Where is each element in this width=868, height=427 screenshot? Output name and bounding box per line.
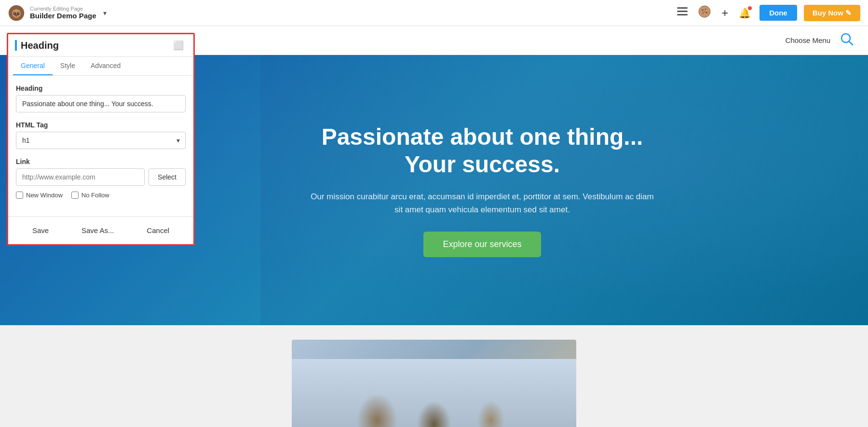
- page-dropdown-icon[interactable]: ▾: [103, 9, 107, 17]
- no-follow-label: No Follow: [81, 192, 109, 199]
- topbar: Currently Editing Page Builder Demo Page…: [0, 0, 868, 26]
- below-hero: [0, 325, 868, 427]
- close-icon: ⬜: [173, 41, 184, 50]
- explore-services-button[interactable]: Explore our services: [423, 232, 541, 257]
- tab-general[interactable]: General: [13, 57, 53, 75]
- svg-rect-9: [677, 7, 688, 9]
- list-icon: [677, 7, 688, 16]
- heading-input[interactable]: [16, 95, 186, 112]
- panel-title: Heading: [15, 40, 59, 51]
- topbar-right: + 🔔 Done Buy Now ✎: [675, 3, 860, 22]
- html-tag-field-group: HTML Tag h1 h2 h3 h4 h5 h6 p div ▾: [16, 121, 186, 149]
- panel-title-bar: [15, 40, 17, 51]
- svg-point-14: [705, 9, 706, 10]
- select-button[interactable]: Select: [149, 168, 186, 186]
- logo-icon: [8, 4, 25, 22]
- heading-field-group: Heading: [16, 84, 186, 112]
- buy-now-button[interactable]: Buy Now ✎: [804, 5, 860, 21]
- panel-footer: Save Save As... Cancel: [8, 216, 193, 244]
- tab-advanced[interactable]: Advanced: [83, 57, 128, 75]
- svg-line-19: [849, 41, 853, 45]
- search-icon[interactable]: [840, 32, 854, 49]
- list-view-button[interactable]: [675, 5, 690, 20]
- svg-point-8: [18, 13, 19, 14]
- no-follow-checkbox[interactable]: [71, 192, 79, 199]
- tab-style[interactable]: Style: [53, 57, 83, 75]
- save-button[interactable]: Save: [27, 223, 54, 237]
- notification-dot: [748, 6, 752, 10]
- html-tag-select-wrapper: h1 h2 h3 h4 h5 h6 p div ▾: [16, 132, 186, 149]
- hero-subtext: Our mission curabitur arcu erat, accumsa…: [309, 190, 656, 216]
- svg-point-15: [705, 12, 707, 14]
- new-window-checkbox-label[interactable]: New Window: [16, 192, 63, 199]
- cookie-icon: [698, 5, 711, 18]
- svg-point-6: [14, 14, 18, 16]
- heading-panel: Heading ⬜ General Style Advanced Heading…: [7, 33, 195, 246]
- checkbox-row: New Window No Follow: [16, 192, 186, 199]
- link-row: Select: [16, 168, 186, 186]
- heading-field-label: Heading: [16, 84, 186, 92]
- link-label: Link: [16, 158, 186, 165]
- plus-icon: +: [721, 6, 728, 19]
- svg-point-17: [704, 11, 705, 12]
- people-image: [292, 359, 576, 427]
- panel-body: Heading HTML Tag h1 h2 h3 h4 h5 h6 p div: [8, 76, 193, 216]
- add-button[interactable]: +: [719, 4, 730, 22]
- panel-close-button[interactable]: ⬜: [170, 39, 187, 52]
- topbar-title-group: Currently Editing Page Builder Demo Page: [30, 6, 96, 20]
- choose-menu-link[interactable]: Choose Menu: [786, 36, 830, 44]
- panel-header: Heading ⬜: [8, 34, 193, 57]
- cancel-button[interactable]: Cancel: [142, 223, 174, 237]
- svg-point-13: [702, 9, 704, 11]
- html-tag-select[interactable]: h1 h2 h3 h4 h5 h6 p div: [16, 132, 186, 149]
- svg-point-16: [703, 13, 704, 14]
- done-button[interactable]: Done: [760, 5, 797, 21]
- notification-button[interactable]: 🔔: [737, 5, 753, 21]
- currently-editing-label: Currently Editing Page: [30, 6, 96, 12]
- svg-rect-10: [677, 11, 688, 12]
- save-as-button[interactable]: Save As...: [77, 223, 119, 237]
- below-hero-image: [292, 340, 576, 427]
- html-tag-label: HTML Tag: [16, 121, 186, 129]
- settings-button[interactable]: [696, 3, 713, 22]
- svg-rect-11: [677, 14, 688, 15]
- new-window-checkbox[interactable]: [16, 192, 23, 199]
- svg-point-7: [14, 13, 15, 14]
- hero-heading: Passionate about one thing... Your succe…: [309, 123, 656, 179]
- hero-content: Passionate about one thing... Your succe…: [289, 104, 675, 277]
- panel-tabs: General Style Advanced: [8, 57, 193, 76]
- topbar-left: Currently Editing Page Builder Demo Page…: [8, 4, 107, 22]
- link-input[interactable]: [16, 168, 145, 186]
- page-name: Builder Demo Page: [30, 12, 96, 20]
- no-follow-checkbox-label[interactable]: No Follow: [71, 192, 109, 199]
- link-field-group: Link Select New Window No Follow: [16, 158, 186, 199]
- main-layout: Choose Menu Passionate about one thing..…: [0, 26, 868, 427]
- panel-title-text: Heading: [21, 40, 59, 51]
- new-window-label: New Window: [26, 192, 63, 199]
